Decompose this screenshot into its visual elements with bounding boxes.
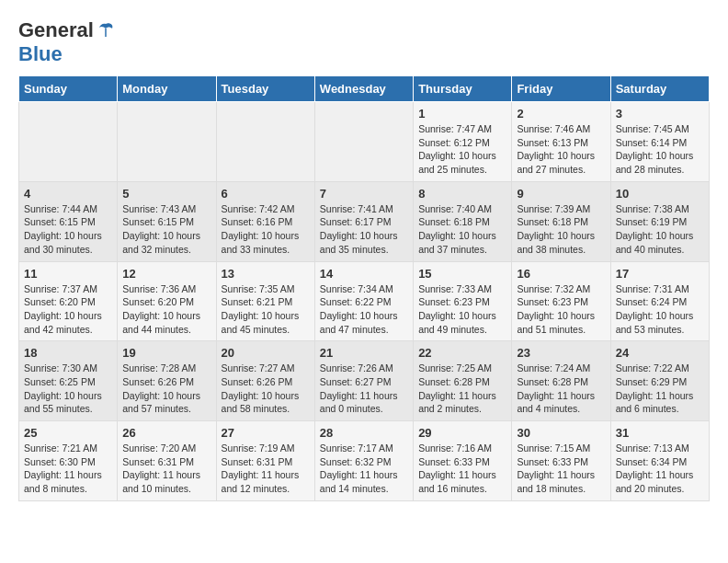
cell-content: Sunrise: 7:47 AM Sunset: 6:12 PM Dayligh…	[418, 122, 506, 177]
day-number: 20	[222, 346, 310, 360]
logo-bird-icon	[96, 20, 116, 40]
column-header-sunday: Sunday	[19, 76, 118, 102]
day-number: 7	[320, 187, 408, 201]
day-number: 13	[222, 267, 310, 281]
cell-content: Sunrise: 7:16 AM Sunset: 6:33 PM Dayligh…	[418, 442, 506, 496]
day-number: 4	[24, 187, 112, 201]
calendar-cell: 4Sunrise: 7:44 AM Sunset: 6:15 PM Daylig…	[19, 181, 118, 261]
day-number: 5	[122, 187, 210, 201]
calendar-cell: 13Sunrise: 7:35 AM Sunset: 6:21 PM Dayli…	[216, 261, 314, 341]
calendar-cell: 3Sunrise: 7:45 AM Sunset: 6:14 PM Daylig…	[610, 102, 709, 182]
day-number: 12	[122, 267, 210, 281]
calendar-cell: 23Sunrise: 7:24 AM Sunset: 6:28 PM Dayli…	[512, 341, 610, 421]
day-number: 2	[517, 107, 605, 121]
cell-content: Sunrise: 7:38 AM Sunset: 6:19 PM Dayligh…	[616, 202, 704, 257]
day-number: 1	[418, 107, 506, 121]
week-row: 11Sunrise: 7:37 AM Sunset: 6:20 PM Dayli…	[19, 261, 710, 341]
day-number: 9	[517, 187, 605, 201]
calendar-cell: 29Sunrise: 7:16 AM Sunset: 6:33 PM Dayli…	[414, 421, 512, 501]
day-number: 16	[517, 267, 605, 281]
cell-content: Sunrise: 7:17 AM Sunset: 6:32 PM Dayligh…	[320, 442, 408, 496]
cell-content: Sunrise: 7:19 AM Sunset: 6:31 PM Dayligh…	[222, 442, 310, 496]
cell-content: Sunrise: 7:46 AM Sunset: 6:13 PM Dayligh…	[517, 122, 605, 177]
cell-content: Sunrise: 7:26 AM Sunset: 6:27 PM Dayligh…	[320, 362, 408, 416]
calendar-cell: 30Sunrise: 7:15 AM Sunset: 6:33 PM Dayli…	[512, 421, 610, 501]
calendar-cell: 31Sunrise: 7:13 AM Sunset: 6:34 PM Dayli…	[610, 421, 709, 501]
calendar-cell: 11Sunrise: 7:37 AM Sunset: 6:20 PM Dayli…	[19, 261, 118, 341]
calendar-cell: 27Sunrise: 7:19 AM Sunset: 6:31 PM Dayli…	[216, 421, 314, 501]
week-row: 1Sunrise: 7:47 AM Sunset: 6:12 PM Daylig…	[19, 102, 710, 182]
cell-content: Sunrise: 7:42 AM Sunset: 6:16 PM Dayligh…	[222, 202, 310, 257]
day-number: 6	[222, 187, 310, 201]
calendar-cell: 20Sunrise: 7:27 AM Sunset: 6:26 PM Dayli…	[216, 341, 314, 421]
calendar-cell	[118, 102, 216, 182]
logo: General Blue	[18, 18, 116, 66]
page-header: General Blue	[18, 18, 710, 66]
cell-content: Sunrise: 7:20 AM Sunset: 6:31 PM Dayligh…	[122, 442, 210, 496]
cell-content: Sunrise: 7:25 AM Sunset: 6:28 PM Dayligh…	[418, 362, 506, 416]
calendar-cell: 28Sunrise: 7:17 AM Sunset: 6:32 PM Dayli…	[314, 421, 413, 501]
column-header-wednesday: Wednesday	[314, 76, 413, 102]
cell-content: Sunrise: 7:40 AM Sunset: 6:18 PM Dayligh…	[418, 202, 506, 257]
day-number: 10	[616, 187, 704, 201]
cell-content: Sunrise: 7:43 AM Sunset: 6:15 PM Dayligh…	[122, 202, 210, 257]
calendar-cell: 10Sunrise: 7:38 AM Sunset: 6:19 PM Dayli…	[610, 181, 709, 261]
calendar-cell: 14Sunrise: 7:34 AM Sunset: 6:22 PM Dayli…	[314, 261, 413, 341]
cell-content: Sunrise: 7:13 AM Sunset: 6:34 PM Dayligh…	[616, 442, 704, 496]
calendar-cell: 16Sunrise: 7:32 AM Sunset: 6:23 PM Dayli…	[512, 261, 610, 341]
day-number: 22	[418, 346, 506, 360]
cell-content: Sunrise: 7:33 AM Sunset: 6:23 PM Dayligh…	[418, 282, 506, 337]
calendar-cell: 12Sunrise: 7:36 AM Sunset: 6:20 PM Dayli…	[118, 261, 216, 341]
cell-content: Sunrise: 7:45 AM Sunset: 6:14 PM Dayligh…	[616, 122, 704, 177]
day-number: 27	[222, 426, 310, 440]
cell-content: Sunrise: 7:41 AM Sunset: 6:17 PM Dayligh…	[320, 202, 408, 257]
week-row: 25Sunrise: 7:21 AM Sunset: 6:30 PM Dayli…	[19, 421, 710, 501]
cell-content: Sunrise: 7:36 AM Sunset: 6:20 PM Dayligh…	[122, 282, 210, 337]
calendar-cell: 6Sunrise: 7:42 AM Sunset: 6:16 PM Daylig…	[216, 181, 314, 261]
day-number: 31	[616, 426, 704, 440]
calendar-cell: 21Sunrise: 7:26 AM Sunset: 6:27 PM Dayli…	[314, 341, 413, 421]
column-header-friday: Friday	[512, 76, 610, 102]
calendar-cell: 19Sunrise: 7:28 AM Sunset: 6:26 PM Dayli…	[118, 341, 216, 421]
calendar-cell: 7Sunrise: 7:41 AM Sunset: 6:17 PM Daylig…	[314, 181, 413, 261]
column-header-saturday: Saturday	[610, 76, 709, 102]
calendar-cell: 24Sunrise: 7:22 AM Sunset: 6:29 PM Dayli…	[610, 341, 709, 421]
logo-general-text: General	[18, 18, 94, 42]
calendar-cell: 25Sunrise: 7:21 AM Sunset: 6:30 PM Dayli…	[19, 421, 118, 501]
day-number: 26	[122, 426, 210, 440]
cell-content: Sunrise: 7:21 AM Sunset: 6:30 PM Dayligh…	[24, 442, 112, 496]
day-number: 3	[616, 107, 704, 121]
cell-content: Sunrise: 7:31 AM Sunset: 6:24 PM Dayligh…	[616, 282, 704, 337]
day-number: 21	[320, 346, 408, 360]
calendar-cell: 26Sunrise: 7:20 AM Sunset: 6:31 PM Dayli…	[118, 421, 216, 501]
cell-content: Sunrise: 7:44 AM Sunset: 6:15 PM Dayligh…	[24, 202, 112, 257]
calendar-cell: 15Sunrise: 7:33 AM Sunset: 6:23 PM Dayli…	[414, 261, 512, 341]
column-header-tuesday: Tuesday	[216, 76, 314, 102]
calendar-cell: 8Sunrise: 7:40 AM Sunset: 6:18 PM Daylig…	[414, 181, 512, 261]
cell-content: Sunrise: 7:32 AM Sunset: 6:23 PM Dayligh…	[517, 282, 605, 337]
calendar-cell	[216, 102, 314, 182]
calendar-cell: 17Sunrise: 7:31 AM Sunset: 6:24 PM Dayli…	[610, 261, 709, 341]
cell-content: Sunrise: 7:24 AM Sunset: 6:28 PM Dayligh…	[517, 362, 605, 416]
calendar-cell: 22Sunrise: 7:25 AM Sunset: 6:28 PM Dayli…	[414, 341, 512, 421]
logo-blue-text: Blue	[18, 42, 63, 66]
cell-content: Sunrise: 7:37 AM Sunset: 6:20 PM Dayligh…	[24, 282, 112, 337]
day-number: 11	[24, 267, 112, 281]
cell-content: Sunrise: 7:15 AM Sunset: 6:33 PM Dayligh…	[517, 442, 605, 496]
day-number: 30	[517, 426, 605, 440]
calendar-cell: 18Sunrise: 7:30 AM Sunset: 6:25 PM Dayli…	[19, 341, 118, 421]
week-row: 18Sunrise: 7:30 AM Sunset: 6:25 PM Dayli…	[19, 341, 710, 421]
day-number: 8	[418, 187, 506, 201]
calendar-table: SundayMondayTuesdayWednesdayThursdayFrid…	[18, 75, 710, 501]
cell-content: Sunrise: 7:30 AM Sunset: 6:25 PM Dayligh…	[24, 362, 112, 416]
day-number: 17	[616, 267, 704, 281]
cell-content: Sunrise: 7:34 AM Sunset: 6:22 PM Dayligh…	[320, 282, 408, 337]
header-row: SundayMondayTuesdayWednesdayThursdayFrid…	[19, 76, 710, 102]
day-number: 28	[320, 426, 408, 440]
column-header-monday: Monday	[118, 76, 216, 102]
column-header-thursday: Thursday	[414, 76, 512, 102]
day-number: 19	[122, 346, 210, 360]
cell-content: Sunrise: 7:35 AM Sunset: 6:21 PM Dayligh…	[222, 282, 310, 337]
calendar-cell: 5Sunrise: 7:43 AM Sunset: 6:15 PM Daylig…	[118, 181, 216, 261]
day-number: 29	[418, 426, 506, 440]
